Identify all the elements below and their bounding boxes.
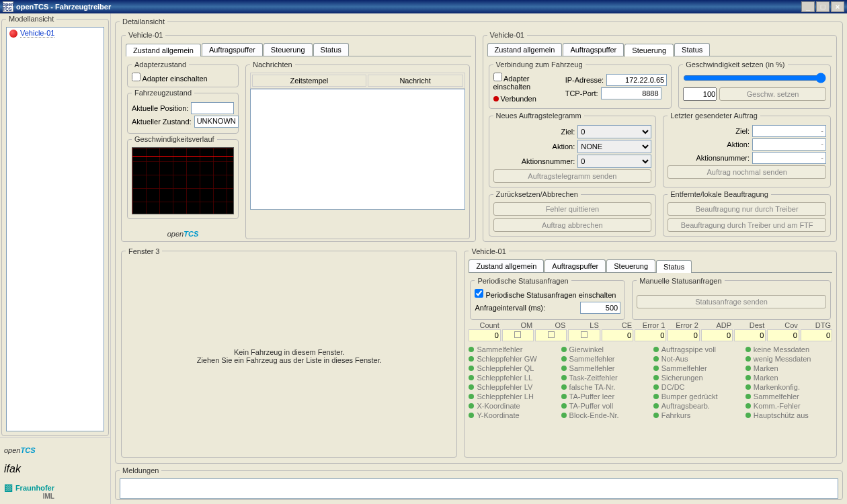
status-header: CE <box>602 321 633 329</box>
vehicle-pane-steuerung: Vehicle-01 Zustand allgemein Auftragspuf… <box>483 31 838 242</box>
fraunhofer-logo: ▨ FraunhoferIML <box>4 482 54 500</box>
col-zeitstempel[interactable]: Zeitstempel <box>252 75 366 87</box>
status-led-item: Gierwinkel <box>561 345 648 353</box>
statusanfrage-senden-button[interactable]: Statusanfrage senden <box>637 295 826 308</box>
port-input[interactable] <box>601 87 661 99</box>
status-led-item: Sicherungen <box>653 374 740 382</box>
beauftragung-panel: Entfernte/lokale Beauftragung Beauftragu… <box>663 190 831 237</box>
speed-slider[interactable] <box>683 73 826 83</box>
led-dot <box>745 413 751 418</box>
tab-auftragspuffer[interactable]: Auftragspuffer <box>202 43 263 56</box>
status-led-item: Block-Ende-Nr. <box>561 411 648 419</box>
meldungen-panel: Meldungen <box>115 466 843 500</box>
tab2-auftragspuffer[interactable]: Auftragspuffer <box>563 43 624 56</box>
vehicle-tree[interactable]: Vehicle-01 <box>6 27 104 431</box>
tabs-status: Zustand allgemein Auftragspuffer Steueru… <box>469 259 832 273</box>
tab2-steuerung[interactable]: Steuerung <box>624 44 674 56</box>
maximize-button[interactable]: □ <box>816 1 830 12</box>
vehicle-status-led <box>9 30 17 38</box>
aktion-select[interactable]: NONE <box>577 140 651 153</box>
status-header: Cov <box>767 321 799 329</box>
status-led-item: Bumper gedrückt <box>653 392 740 401</box>
aktionsnummer-select[interactable]: 0 <box>577 155 651 168</box>
tab-zustand-allgemein[interactable]: Zustand allgemein <box>126 44 201 56</box>
letzter-aktion: - <box>752 138 826 151</box>
tab-status[interactable]: Status <box>313 43 349 56</box>
led-dot <box>561 403 567 409</box>
geschwindigkeitsverlauf-panel: Geschwindigkeitsverlauf <box>127 135 239 219</box>
status-led-item: keine Messdaten <box>745 345 832 353</box>
status-value <box>502 329 534 341</box>
tab3-steuerung[interactable]: Steuerung <box>606 259 655 272</box>
close-button[interactable]: × <box>831 1 844 12</box>
tab3-zustand[interactable]: Zustand allgemein <box>469 259 544 272</box>
ziel-select[interactable]: 0 <box>577 125 651 138</box>
status-headers-row: CountOMOSLSCEError 1Error 2ADPDestCovDTG <box>469 321 832 329</box>
led-dot <box>561 347 567 352</box>
led-dot <box>561 413 567 418</box>
adapter-checkbox-zustand[interactable]: Adapter einschalten <box>132 75 208 83</box>
fenster3-dropzone[interactable]: Kein Fahrzeug in diesem Fenster. Ziehen … <box>126 259 452 454</box>
adapter-checkbox-steuerung[interactable]: Adapter einschalten <box>493 75 531 91</box>
led-dot <box>653 366 659 371</box>
beauftragung-treiber-button[interactable]: Beauftragung nur durch Treiber <box>668 202 826 216</box>
auftragstelegramm-senden-button[interactable]: Auftragstelegramm senden <box>493 169 652 183</box>
tabs-steuerung: Zustand allgemein Auftragspuffer Steueru… <box>487 43 833 56</box>
status-value <box>535 329 567 341</box>
tab3-status[interactable]: Status <box>656 260 692 273</box>
modellansicht-legend: Modellansicht <box>6 15 56 23</box>
aktueller-zustand-field: UNKNOWN <box>194 116 239 128</box>
led-dot <box>653 356 659 362</box>
tab2-status[interactable]: Status <box>674 43 710 56</box>
status-led-item: TA-Puffer leer <box>561 392 648 401</box>
status-value: 0 <box>701 329 733 341</box>
letzter-aktnr: - <box>752 152 826 164</box>
nachrichten-body[interactable] <box>250 89 465 210</box>
auftrag-abbrechen-button[interactable]: Auftrag abbrechen <box>493 218 652 232</box>
led-dot <box>653 375 659 380</box>
vehicle-tree-item[interactable]: Vehicle-01 <box>7 28 104 39</box>
status-led-item: Schleppfehler QL <box>469 364 555 372</box>
col-nachricht[interactable]: Nachricht <box>368 75 463 87</box>
status-led-item: Schleppfehler LH <box>469 392 555 401</box>
beauftragung-ftf-button[interactable]: Beauftragung durch Treiber und am FTF <box>668 218 826 232</box>
status-led-item: Komm.-Fehler <box>745 402 832 410</box>
status-led-item: X-Koordinate <box>469 402 555 410</box>
status-led-item: Schleppfehler LV <box>469 383 555 391</box>
minimize-button[interactable]: _ <box>801 1 815 12</box>
neues-auftragstelegramm-panel: Neues Auftragstelegramm Ziel:0 Aktion:NO… <box>489 112 657 187</box>
led-dot <box>653 347 659 352</box>
status-led-item: TA-Puffer voll <box>561 402 648 410</box>
auftrag-nochmal-senden-button[interactable]: Auftrag nochmal senden <box>668 165 826 179</box>
led-dot <box>561 394 567 399</box>
led-dot <box>469 366 474 371</box>
tab2-zustand[interactable]: Zustand allgemein <box>487 43 563 56</box>
status-led-item: wenig Messdaten <box>745 355 832 363</box>
ip-input[interactable] <box>606 74 667 86</box>
tab3-auftragspuffer[interactable]: Auftragspuffer <box>544 259 606 272</box>
geschwindigkeit-panel: Geschwindigkeit setzen (in %) Geschw. se… <box>678 60 831 109</box>
status-led-item: DC/DC <box>653 383 740 391</box>
anfrageintervall-input[interactable] <box>580 302 620 314</box>
nachrichten-table[interactable]: ZeitstempelNachricht <box>250 73 465 89</box>
status-header: Error 2 <box>668 321 699 329</box>
periodische-checkbox[interactable]: Periodische Statusanfragen einschalten <box>475 291 616 299</box>
vehicle-pane-status: Vehicle-01 Zustand allgemein Auftragspuf… <box>464 247 837 458</box>
status-led-item: Y-Koordinate <box>469 411 555 419</box>
geschw-setzen-button[interactable]: Geschw. setzen <box>719 87 826 101</box>
led-dot <box>653 394 659 399</box>
led-dot <box>745 356 751 362</box>
status-header: ADP <box>701 321 733 329</box>
status-led-item: Auftragsbearb. <box>653 402 740 410</box>
fenster3-panel: Fenster 3 Kein Fahrzeug in diesem Fenste… <box>121 247 457 458</box>
manuelle-statusanfragen-panel: Manuelle Statusanfragen Statusanfrage se… <box>632 277 831 320</box>
speed-value-input[interactable] <box>683 87 717 101</box>
tab-steuerung[interactable]: Steuerung <box>264 43 313 56</box>
verbunden-led <box>493 96 499 101</box>
fehler-quittieren-button[interactable]: Fehler quittieren <box>493 202 652 216</box>
status-led-item: Not-Aus <box>653 355 740 363</box>
status-values-row: 00000000 <box>469 329 832 341</box>
meldungen-body[interactable] <box>120 478 838 499</box>
led-dot <box>745 394 751 399</box>
led-dot <box>561 366 567 371</box>
